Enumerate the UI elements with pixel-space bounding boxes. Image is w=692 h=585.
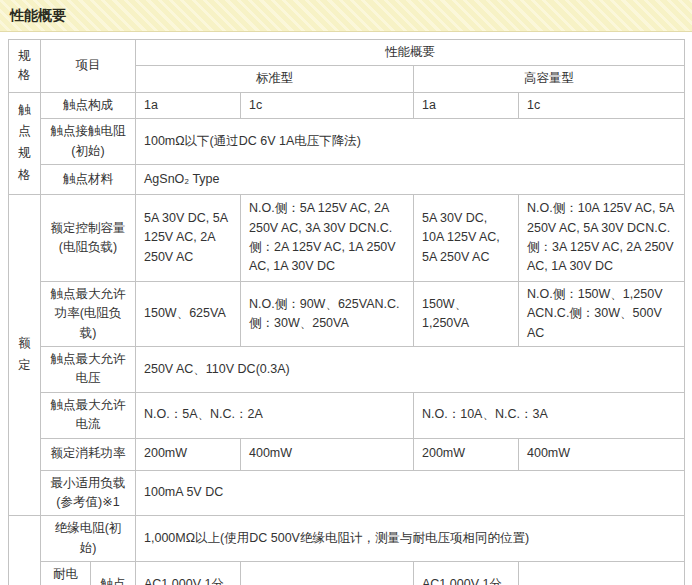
cell-value: AC1,000V 1分钟 xyxy=(414,562,519,585)
cell-value: 1a xyxy=(136,92,241,118)
item-rated-capacity: 额定控制容量(电阻负载) xyxy=(41,194,136,281)
item-withstand-voltage: 耐电压(初始) xyxy=(41,562,91,585)
cell-value: AC1,000V 1分钟 xyxy=(136,562,241,585)
cell-value: 5A 30V DC, 10A 125V AC, 5A 250V AC xyxy=(414,194,519,281)
item-max-power: 触点最大允许功率(电阻负载) xyxy=(41,281,136,346)
cell-value: 200mW xyxy=(136,438,241,470)
cell-value: 1,000MΩ以上(使用DC 500V绝缘电阻计，测量与耐电压项相同的位置) xyxy=(136,516,685,562)
cell-value: 1a xyxy=(414,92,519,118)
item-between-contacts: 触点间 xyxy=(91,562,136,585)
cell-value: 100mA 5V DC xyxy=(136,470,685,516)
cell-value: N.O.侧：10A 125V AC, 5A 250V AC, 5A 30V DC… xyxy=(519,194,685,281)
cell-value: 100mΩ以下(通过DC 6V 1A电压下降法) xyxy=(136,119,685,165)
item-max-current: 触点最大允许电流 xyxy=(41,392,136,438)
cell-value: 1c xyxy=(519,92,685,118)
cell-value: N.O.侧：90W、625VAN.C.侧：30W、250VA xyxy=(241,281,414,346)
row-power-consumption: 额定消耗功率 200mW 400mW 200mW 400mW xyxy=(9,438,685,470)
row-max-voltage: 触点最大允许电压 250V AC、110V DC(0.3A) xyxy=(9,347,685,393)
cell-value: AC750V 1分钟 xyxy=(519,562,685,585)
cell-value: AgSnO₂ Type xyxy=(136,164,685,194)
cell-value: N.O.侧：5A 125V AC, 2A 250V AC, 3A 30V DCN… xyxy=(241,194,414,281)
header-item: 项目 xyxy=(41,40,136,93)
row-max-current: 触点最大允许电流 N.O.：5A、N.C.：2A N.O.：10A、N.C.：3… xyxy=(9,392,685,438)
item-contact-resistance: 触点接触电阻(初始) xyxy=(41,119,136,165)
item-min-load: 最小适用负载(参考值)※1 xyxy=(41,470,136,516)
cell-value: N.O.：10A、N.C.：3A xyxy=(414,392,685,438)
spec-group-insulation xyxy=(9,516,41,585)
cell-value: 400mW xyxy=(519,438,685,470)
row-contact-material: 触点材料 AgSnO₂ Type xyxy=(9,164,685,194)
item-max-voltage: 触点最大允许电压 xyxy=(41,347,136,393)
cell-value: 150W、625VA xyxy=(136,281,241,346)
cell-value: N.O.：5A、N.C.：2A xyxy=(136,392,414,438)
row-rated-capacity: 额定 额定控制容量(电阻负载) 5A 30V DC, 5A 125V AC, 2… xyxy=(9,194,685,281)
cell-value: 150W、1,250VA xyxy=(414,281,519,346)
header-summary: 性能概要 xyxy=(136,40,685,66)
row-withstand-voltage: 耐电压(初始) 触点间 AC1,000V 1分钟 AC750V 1分钟 AC1,… xyxy=(9,562,685,585)
cell-value: 400mW xyxy=(241,438,414,470)
spec-group-contact: 触点规格 xyxy=(9,92,41,194)
spec-group-rating: 额定 xyxy=(9,194,41,515)
cell-value: 1c xyxy=(241,92,414,118)
cell-value: AC750V 1分钟 xyxy=(241,562,414,585)
performance-summary-table: 规格 项目 性能概要 标准型 高容量型 触点规格 触点构成 1a 1c 1a 1… xyxy=(8,39,685,585)
item-contact-arrangement: 触点构成 xyxy=(41,92,136,118)
cell-value: 250V AC、110V DC(0.3A) xyxy=(136,347,685,393)
header-high-capacity-type: 高容量型 xyxy=(414,66,685,92)
row-contact-arrangement: 触点规格 触点构成 1a 1c 1a 1c xyxy=(9,92,685,118)
header-spec: 规格 xyxy=(9,40,41,93)
row-max-power: 触点最大允许功率(电阻负载) 150W、625VA N.O.侧：90W、625V… xyxy=(9,281,685,346)
table-header-row-1: 规格 项目 性能概要 xyxy=(9,40,685,66)
cell-value: 200mW xyxy=(414,438,519,470)
cell-value: N.O.侧：150W、1,250V ACN.C.侧：30W、500V AC xyxy=(519,281,685,346)
section-title: 性能概要 xyxy=(0,0,692,32)
header-standard-type: 标准型 xyxy=(136,66,414,92)
item-power-consumption: 额定消耗功率 xyxy=(41,438,136,470)
item-insulation-resistance: 绝缘电阻(初始) xyxy=(41,516,136,562)
cell-value: 5A 30V DC, 5A 125V AC, 2A 250V AC xyxy=(136,194,241,281)
performance-summary-page: 性能概要 规格 项目 性能概要 标准型 高容量型 触点规格 触点构成 1a 1c… xyxy=(0,0,692,585)
item-contact-material: 触点材料 xyxy=(41,164,136,194)
row-insulation-resistance: 绝缘电阻(初始) 1,000MΩ以上(使用DC 500V绝缘电阻计，测量与耐电压… xyxy=(9,516,685,562)
row-min-load: 最小适用负载(参考值)※1 100mA 5V DC xyxy=(9,470,685,516)
row-contact-resistance: 触点接触电阻(初始) 100mΩ以下(通过DC 6V 1A电压下降法) xyxy=(9,119,685,165)
